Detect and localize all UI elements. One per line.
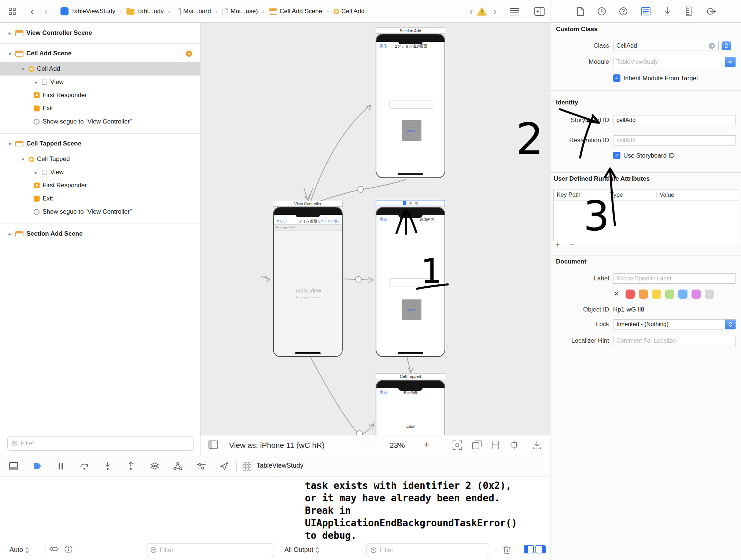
warning-icon[interactable] xyxy=(477,6,487,16)
text-field[interactable] xyxy=(390,100,433,108)
disclosure-expanded-icon[interactable]: ▾ xyxy=(7,141,12,147)
module-input[interactable] xyxy=(616,59,725,65)
class-input[interactable] xyxy=(616,43,708,49)
clear-color-flag-button[interactable]: ✕ xyxy=(613,290,619,298)
disclosure-expanded-icon[interactable]: ▾ xyxy=(7,51,12,56)
step-out-icon[interactable] xyxy=(126,461,136,471)
variables-filter-input[interactable] xyxy=(160,546,270,554)
inherit-module-checkbox[interactable]: ✓ xyxy=(613,74,620,82)
breadcrumb-scene[interactable]: Cell Add Scene xyxy=(269,8,322,15)
breadcrumb-storyboard[interactable]: Mai...oard xyxy=(175,8,211,15)
back-bar-button[interactable]: 戻る xyxy=(379,43,387,49)
button-control[interactable]: Button xyxy=(402,299,421,320)
storyboard-id-input[interactable] xyxy=(616,117,733,124)
disclosure-collapsed-icon[interactable]: ▸ xyxy=(34,80,39,85)
environment-overrides-icon[interactable] xyxy=(196,461,206,471)
outline-row-view[interactable]: ▸ View xyxy=(0,75,200,89)
outline-row-first-responder[interactable]: First Responder xyxy=(0,89,200,102)
back-bar-button[interactable]: 戻る xyxy=(379,390,387,395)
scene-dock-section-add[interactable]: Section Add xyxy=(376,27,445,34)
flag-color-blue[interactable] xyxy=(678,290,687,299)
console-filter-field[interactable] xyxy=(366,543,489,557)
outline-row-view-controller-scene[interactable]: ▸ View Controller Scene xyxy=(0,26,200,40)
section-add-bar-button[interactable]: セクション追加 xyxy=(317,219,340,224)
outline-row-segue[interactable]: → Show segue to “View Controller” xyxy=(0,205,200,218)
zoom-level[interactable]: 23% xyxy=(390,441,405,450)
outline-row-exit[interactable]: ← Exit xyxy=(0,192,200,205)
text-field[interactable] xyxy=(390,279,433,287)
outline-row-exit[interactable]: ← Exit xyxy=(0,102,200,115)
console-filter-input[interactable] xyxy=(380,546,485,554)
memory-graph-icon[interactable] xyxy=(173,461,183,471)
document-label-input[interactable] xyxy=(616,275,733,282)
view-as-label[interactable]: View as: iPhone 11 (wC hR) xyxy=(229,441,325,450)
jump-to-class-icon[interactable] xyxy=(708,42,715,49)
outline-row-section-add-scene[interactable]: ▸ Section Add Scene xyxy=(0,227,200,240)
view-hierarchy-debugger-icon[interactable] xyxy=(150,461,160,471)
flag-color-orange[interactable] xyxy=(639,290,648,299)
flag-color-purple[interactable] xyxy=(692,290,701,299)
storyboard-canvas[interactable]: Section Add 戻る セクション追加画面 Button View Con… xyxy=(200,23,550,435)
outline-row-view[interactable]: ▸ View xyxy=(0,166,200,179)
connections-inspector-icon[interactable] xyxy=(706,6,716,16)
use-storyboard-id-checkbox[interactable]: ✓ xyxy=(613,152,620,159)
add-runtime-attribute-button[interactable]: + xyxy=(553,240,563,250)
pin-constraints-icon[interactable] xyxy=(510,441,519,450)
jump-indicator-icon[interactable]: ➔ xyxy=(186,51,192,57)
phone-section-add[interactable]: 戻る セクション追加画面 Button xyxy=(376,34,445,178)
localizer-hint-input[interactable] xyxy=(616,338,733,344)
breadcrumb-project[interactable]: TableViewStudy xyxy=(60,7,115,15)
console-pane-toggle-icon[interactable] xyxy=(535,545,546,553)
first-responder-dock-icon[interactable] xyxy=(409,202,412,205)
storyboard-id-field[interactable] xyxy=(613,115,736,125)
zoom-out-button[interactable]: — xyxy=(363,441,371,450)
class-stepper-button[interactable] xyxy=(722,41,731,50)
scene-dock-cell-tapped[interactable]: Cell Tapped xyxy=(376,373,445,379)
disclosure-expanded-icon[interactable]: ▾ xyxy=(21,156,26,162)
disclosure-collapsed-icon[interactable]: ▸ xyxy=(7,231,12,237)
restoration-id-field[interactable] xyxy=(613,135,736,145)
back-button[interactable]: ‹ xyxy=(27,6,37,16)
restoration-id-input[interactable] xyxy=(616,137,733,144)
add-editor-icon[interactable] xyxy=(534,6,545,16)
table-view[interactable]: Table View Prototype Content xyxy=(274,231,342,356)
phone-view-controller[interactable]: クリア メイン画面 セクション追加 Prototype Cells Table … xyxy=(273,207,343,357)
lock-stepper-button[interactable] xyxy=(725,320,736,329)
related-items-icon[interactable] xyxy=(7,6,18,16)
key-path-column-header[interactable]: Key Path xyxy=(554,192,607,198)
file-inspector-icon[interactable] xyxy=(575,6,586,16)
module-field[interactable] xyxy=(613,57,736,67)
view-controller-dock-icon[interactable] xyxy=(403,201,406,205)
clear-bar-button[interactable]: クリア xyxy=(276,219,287,224)
class-field[interactable] xyxy=(613,41,719,51)
phone-cell-tapped[interactable]: 戻る 表示画面 Label xyxy=(376,380,445,435)
scene-dock-view-controller[interactable]: View Controller xyxy=(273,201,343,207)
size-inspector-icon[interactable] xyxy=(684,6,694,16)
step-over-icon[interactable] xyxy=(79,461,89,471)
clear-console-icon[interactable] xyxy=(503,545,511,554)
outline-filter-field[interactable] xyxy=(7,436,193,451)
editor-options-icon[interactable] xyxy=(509,6,520,16)
button-control[interactable]: Button xyxy=(402,120,421,141)
identity-inspector-icon[interactable] xyxy=(641,6,651,16)
type-column-header[interactable]: Type xyxy=(607,192,657,198)
flag-color-green[interactable] xyxy=(665,290,674,299)
outline-toggle-icon[interactable] xyxy=(209,441,218,450)
simulate-location-icon[interactable] xyxy=(219,461,229,471)
debug-split-divider[interactable] xyxy=(279,476,279,560)
breadcrumb-group[interactable]: Tabl...udy xyxy=(126,8,164,15)
zoom-in-button[interactable]: + xyxy=(424,439,430,450)
outline-row-segue[interactable]: → Show segue to “View Controller” xyxy=(0,115,200,128)
process-name[interactable]: TableViewStudy xyxy=(257,462,303,469)
label-control[interactable]: Label xyxy=(376,425,445,428)
console-scope-selector[interactable]: All Output xyxy=(284,546,320,554)
outline-row-first-responder[interactable]: First Responder xyxy=(0,179,200,192)
quick-help-inspector-icon[interactable] xyxy=(618,6,628,16)
align-icon[interactable] xyxy=(491,441,501,450)
breadcrumb-view-controller[interactable]: Cell Add xyxy=(333,8,365,15)
outline-row-cell-add-scene[interactable]: ▾ Cell Add Scene ➔ xyxy=(0,47,200,60)
variables-pane-toggle-icon[interactable] xyxy=(524,545,534,553)
back-bar-button[interactable]: 戻る xyxy=(379,217,387,222)
document-label-field[interactable] xyxy=(613,273,736,284)
pause-execution-icon[interactable] xyxy=(56,461,66,471)
